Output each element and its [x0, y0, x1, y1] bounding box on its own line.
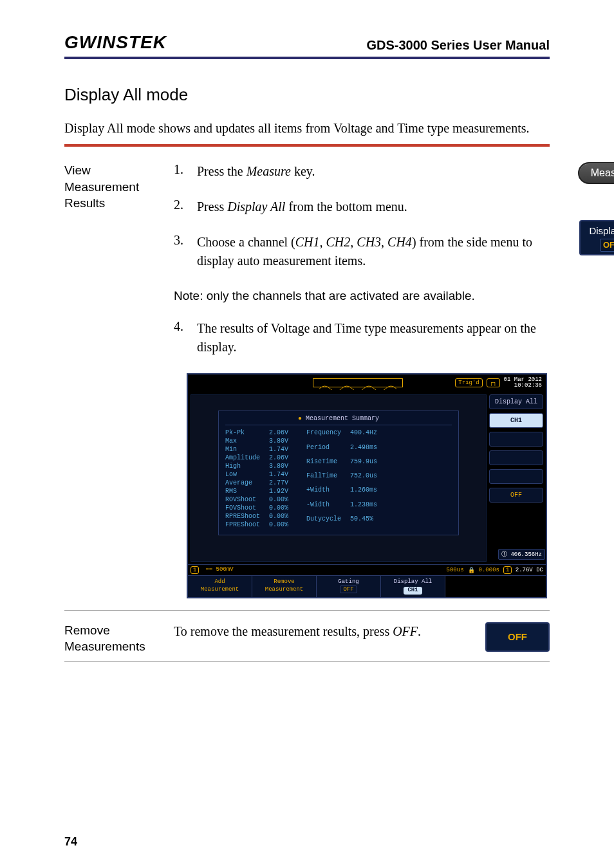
delay-readout: 0.000s: [479, 567, 499, 573]
step1-a: Press the: [197, 164, 247, 178]
menu-display-l1: Display All: [394, 578, 432, 585]
meas-key: FPREShoot: [225, 521, 260, 528]
step3-a: Choose a channel (: [197, 235, 295, 249]
channel-dot-icon: ●: [298, 415, 302, 422]
menu-remove-measurement[interactable]: Remove Measurement: [252, 576, 317, 596]
menu-gating-l1: Gating: [338, 578, 358, 585]
meas-val: 2.06V: [269, 429, 288, 436]
meas-key: +Width: [306, 486, 341, 499]
frequency-readout: ⓕ 406.356Hz: [498, 549, 545, 560]
scope-screenshot: Trig'd ┌┐ 01 Mar 2012 10:02:36 ● Measure…: [187, 373, 547, 598]
manual-title: GDS-3000 Series User Manual: [366, 38, 550, 53]
meas-val: 2.06V: [269, 454, 288, 461]
side-ch2[interactable]: [489, 432, 543, 447]
meas-val: 3.80V: [269, 463, 288, 470]
side-off[interactable]: OFF: [489, 488, 543, 503]
key-illustration-column: Measure Display All OFF: [560, 162, 614, 255]
meas-key: -Width: [306, 501, 341, 514]
side-ch4[interactable]: [489, 469, 543, 484]
bottom-menu: Add Measurement Remove Measurement Gatin…: [188, 575, 546, 596]
menu-add-measurement[interactable]: Add Measurement: [188, 576, 252, 596]
section-divider: [64, 144, 550, 147]
section-title: Display All mode: [64, 85, 550, 105]
menu-gating-l2: OFF: [340, 586, 357, 593]
step1-b: key.: [291, 164, 315, 178]
side-display-all[interactable]: Display All: [489, 394, 543, 409]
step-number: 2.: [174, 198, 192, 212]
menu-blank: [445, 576, 546, 596]
meas-key: RiseTime: [306, 458, 341, 471]
meas-val: 1.260ms: [350, 486, 377, 499]
measurement-summary: ● Measurement Summary Pk-Pk2.06VMax3.80V…: [218, 411, 459, 535]
timebase-readout: 500us: [447, 567, 464, 573]
off-softkey[interactable]: OFF: [485, 622, 550, 652]
display-all-label: Display All: [589, 225, 614, 236]
waveform-overview: [313, 378, 403, 387]
vdiv-readout: == 500mV: [205, 566, 233, 574]
measurement-summary-title: Measurement Summary: [306, 415, 379, 422]
meas-val: 759.9us: [350, 458, 377, 471]
scope-grid: ● Measurement Summary Pk-Pk2.06VMax3.80V…: [191, 394, 487, 562]
step-text: Choose a channel (CH1, CH2, CH3, CH4) fr…: [197, 233, 547, 270]
meas-val: 0.00%: [269, 521, 288, 528]
trigger-status: Trig'd: [455, 378, 482, 387]
meas-val: 50.45%: [350, 515, 377, 528]
meas-val: 2.77V: [269, 479, 288, 486]
meas-key: Amplitude: [225, 454, 260, 461]
thin-divider: [64, 610, 550, 611]
remove-description: To remove the measurement results, press…: [174, 622, 460, 641]
page-number: 74: [64, 835, 77, 849]
measure-key[interactable]: Measure: [578, 162, 614, 184]
meas-val: 0.00%: [269, 496, 288, 503]
step1-key: Measure: [247, 164, 291, 178]
meas-val: 0.00%: [269, 513, 288, 520]
steps-column: 1. Press the Measure key. 2. Press Displ…: [174, 162, 547, 604]
meas-key: High: [225, 463, 260, 470]
menu-gating[interactable]: Gating OFF: [317, 576, 381, 596]
step-number: 4.: [174, 319, 192, 334]
menu-remove-l1: Remove: [274, 578, 294, 585]
meas-key: Pk-Pk: [225, 429, 260, 436]
step-text: Press Display All from the bottom menu.: [197, 198, 547, 216]
meas-val: 3.80V: [269, 438, 288, 445]
meas-key: Max: [225, 438, 260, 445]
meas-val: 0.00%: [269, 504, 288, 512]
scope-readout-bar: 1 == 500mV 500us 🔒 0.000s 1 2.76V DC: [188, 564, 546, 575]
meas-val: 1.238ms: [350, 501, 377, 514]
meas-key: RMS: [225, 488, 260, 495]
step-text: The results of Voltage and Time type mea…: [197, 319, 547, 356]
side-ch3[interactable]: [489, 450, 543, 465]
section-intro: Display All mode shows and updates all i…: [64, 119, 550, 138]
timestamp-time: 10:02:36: [514, 382, 542, 389]
step-number: 3.: [174, 233, 192, 248]
remove-a: To remove the measurement results, press: [174, 624, 393, 638]
meas-key: Low: [225, 471, 260, 478]
procedure-label-view: View Measurement Results: [64, 162, 161, 212]
edge-icon: ┌┐: [487, 378, 500, 387]
meas-key: Period: [306, 444, 341, 457]
meas-key: RPREShoot: [225, 513, 260, 520]
step-number: 1.: [174, 162, 192, 177]
display-all-softkey[interactable]: Display All OFF: [579, 220, 614, 255]
meas-val: 400.4Hz: [350, 429, 377, 442]
meas-key: FallTime: [306, 472, 341, 485]
thin-divider: [64, 661, 550, 662]
menu-display-all[interactable]: Display All CH1: [381, 576, 445, 596]
menu-display-l2: CH1: [404, 587, 422, 595]
meas-key: Dutycycle: [306, 515, 341, 528]
step2-b: from the bottom menu.: [285, 199, 407, 214]
page-header: GWINSTEK GDS-3000 Series User Manual: [64, 32, 550, 59]
meas-key: Min: [225, 446, 260, 453]
step3-key: CH1, CH2, CH3, CH4: [295, 235, 412, 249]
trigger-level: 2.76V: [516, 567, 533, 573]
remove-b: .: [418, 624, 421, 638]
meas-key: Average: [225, 479, 260, 486]
remove-key: OFF: [393, 624, 418, 638]
meas-key: ROVShoot: [225, 496, 260, 503]
step2-a: Press: [197, 199, 227, 214]
meas-val: 1.74V: [269, 471, 288, 478]
side-ch1[interactable]: CH1: [489, 413, 543, 428]
menu-add-l1: Add: [214, 578, 225, 585]
meas-val: 752.0us: [350, 472, 377, 485]
menu-add-l2: Measurement: [201, 586, 239, 593]
